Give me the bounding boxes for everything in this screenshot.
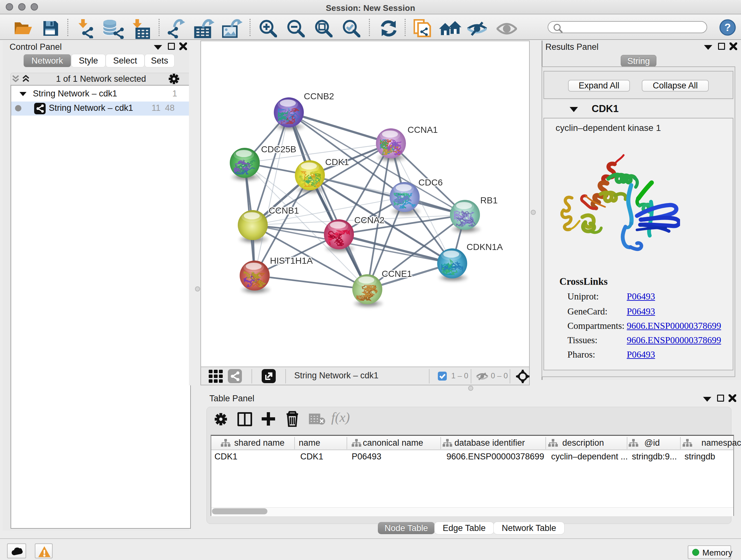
svg-text:CCNA2: CCNA2	[354, 215, 385, 225]
svg-text:CCNE1: CCNE1	[382, 269, 412, 279]
svg-text:?: ?	[724, 21, 731, 33]
svg-text:CDK1: CDK1	[325, 157, 349, 167]
svg-text:CCNB2: CCNB2	[304, 91, 334, 101]
svg-text:CDKN1A: CDKN1A	[467, 242, 503, 252]
svg-text:CCNB1: CCNB1	[269, 206, 299, 215]
svg-text:CCNA1: CCNA1	[408, 125, 438, 135]
svg-text:HIST1H1A: HIST1H1A	[270, 256, 313, 266]
svg-text:CDC25B: CDC25B	[261, 144, 296, 154]
svg-text:RB1: RB1	[480, 195, 497, 205]
svg-text:CDC6: CDC6	[418, 178, 443, 187]
